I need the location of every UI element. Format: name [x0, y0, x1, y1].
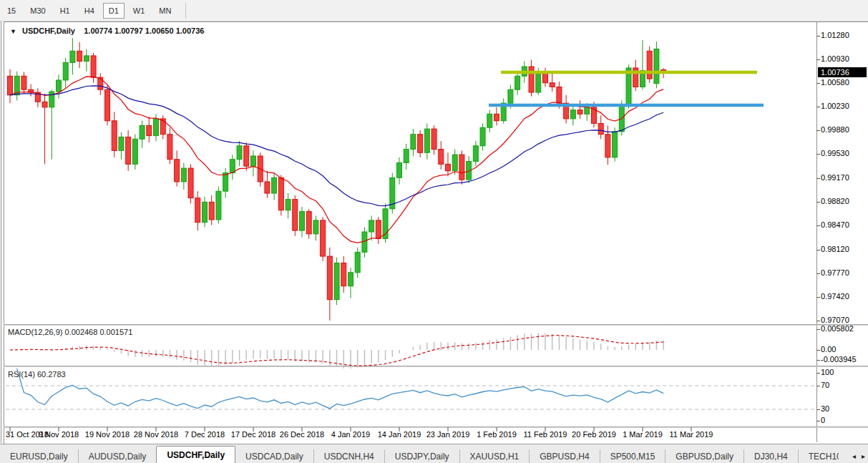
date-axis-label: 1 Mar 2019 — [623, 430, 663, 439]
date-axis-label: 14 Jan 2019 — [378, 430, 421, 439]
date-axis-label: 23 Jan 2019 — [426, 430, 470, 439]
price-axis-label: 0.98120 — [821, 245, 849, 253]
axis-tick — [816, 321, 820, 321]
chart-dropdown-icon[interactable]: ▼ — [10, 28, 16, 35]
panel-splitter-rsi[interactable] — [4, 366, 868, 367]
axis-tick — [816, 250, 820, 250]
price-axis-label: 1.00230 — [821, 102, 849, 110]
tab-gbpusd-daily[interactable]: GBPUSD,Daily — [665, 449, 743, 463]
timeframe-toolbar: 15M30H1H4D1W1MN — [0, 0, 868, 21]
tab-usdcad-daily[interactable]: USDCAD,Daily — [235, 449, 313, 463]
chart-tab-bar: EURUSD,DailyAUDUSD,DailyUSDCHF,DailyUSDC… — [0, 444, 868, 463]
timeframe-button-mn[interactable]: MN — [153, 3, 177, 19]
mt4-terminal: 15M30H1H4D1W1MN ▼ USDCHF,Daily 1.00774 1… — [0, 0, 868, 463]
price-axis-label: 0.98820 — [821, 197, 849, 205]
timeframe-button-w1[interactable]: W1 — [127, 3, 151, 19]
price-axis-label: 0.98470 — [821, 220, 849, 229]
window-frame-line — [1, 21, 1, 443]
tab-tech100-h1[interactable]: TECH100,H1 — [798, 449, 839, 463]
price-axis-label: 1.00930 — [821, 54, 849, 63]
timeframe-button-d1[interactable]: D1 — [103, 3, 125, 19]
tab-usdjpy-daily[interactable]: USDJPY,Daily — [384, 449, 459, 463]
date-axis-label: 11 Feb 2019 — [524, 430, 567, 439]
price-axis-label: 0.97770 — [821, 268, 849, 277]
axis-tick — [816, 329, 820, 330]
tab-audusd-daily[interactable]: AUDUSD,Daily — [78, 449, 157, 463]
timeframe-button-m30[interactable]: M30 — [24, 3, 51, 19]
panel-splitter-macd[interactable] — [4, 324, 868, 326]
date-axis-label: 11 Mar 2019 — [670, 430, 713, 439]
price-axis-border — [816, 22, 817, 442]
tab-dj30-h4[interactable]: DJ30,H4 — [743, 449, 798, 463]
tab-usdchf-daily[interactable]: USDCHF,Daily — [156, 446, 235, 463]
price-axis-label: 1.00580 — [821, 78, 849, 87]
axis-tick — [816, 373, 820, 374]
panel-splitter-dates — [4, 427, 868, 428]
macd-axis-label: 0.00 — [821, 345, 836, 354]
axis-tick — [816, 421, 820, 421]
axis-tick — [816, 273, 820, 274]
price-axis-label: 0.99530 — [821, 149, 849, 157]
date-axis-label: 1 Feb 2019 — [477, 430, 517, 439]
chart-symbol-label: USDCHF,Daily — [22, 26, 75, 35]
axis-tick — [816, 83, 820, 84]
tab-usdcnh-h4[interactable]: USDCNH,H4 — [313, 449, 384, 463]
tab-scroll-right-icon[interactable]: ▸ — [862, 452, 865, 460]
axis-tick — [816, 350, 820, 351]
rsi-axis-label: 30 — [821, 404, 829, 413]
date-axis-label: 26 Dec 2018 — [280, 430, 324, 439]
chart-title: ▼ USDCHF,Daily 1.00774 1.00797 1.00650 1… — [10, 26, 204, 35]
macd-axis-label: -0.003945 — [821, 355, 857, 364]
tab-eurusd-daily[interactable]: EURUSD,Daily — [0, 449, 78, 463]
axis-tick — [816, 225, 820, 226]
timeframe-button-h1[interactable]: H1 — [54, 3, 76, 19]
axis-tick — [816, 202, 820, 203]
axis-tick — [816, 154, 820, 155]
chart-ohlc-values: 1.00774 1.00797 1.00650 1.00736 — [84, 26, 204, 35]
date-axis-label: 4 Jan 2019 — [331, 430, 370, 439]
axis-tick — [816, 107, 820, 107]
axis-tick — [816, 59, 820, 60]
price-axis-label: 0.97070 — [821, 316, 849, 324]
chart-tab-strip: EURUSD,DailyAUDUSD,DailyUSDCHF,DailyUSDC… — [0, 446, 839, 463]
axis-tick — [816, 178, 820, 179]
price-axis-label: 1.01280 — [821, 31, 849, 39]
tab-scroll-left-icon[interactable]: ◂ — [852, 452, 856, 460]
axis-tick — [816, 130, 820, 131]
axis-tick — [816, 360, 820, 361]
price-axis-label: 0.97420 — [821, 292, 849, 301]
date-axis-label: 7 Dec 2018 — [185, 430, 225, 439]
price-axis-label: 0.99880 — [821, 125, 849, 134]
rsi-axis-label: 0 — [821, 416, 825, 424]
current-price-badge: 1.00736 — [818, 67, 867, 77]
axis-tick — [816, 386, 820, 386]
macd-axis-label: 0.005802 — [821, 324, 854, 333]
chart-window — [4, 21, 868, 444]
axis-tick — [816, 36, 820, 36]
date-axis-label: 17 Dec 2018 — [231, 430, 275, 439]
axis-tick — [816, 409, 820, 410]
tab-xauusd-h1[interactable]: XAUUSD,H1 — [459, 449, 530, 463]
date-axis-label: 20 Feb 2019 — [572, 430, 616, 439]
axis-tick — [816, 297, 820, 298]
rsi-axis-label: 70 — [821, 381, 829, 389]
timeframe-button-15[interactable]: 15 — [1, 3, 21, 19]
date-axis-label: 28 Nov 2018 — [134, 430, 178, 439]
date-axis-label: 9 Nov 2018 — [39, 430, 79, 439]
price-axis-label: 0.99170 — [821, 173, 849, 182]
tab-sp500-m15[interactable]: SP500,M15 — [600, 449, 665, 463]
macd-label: MACD(12,26,9) 0.002468 0.001571 — [8, 328, 132, 336]
tab-gbpusd-h4[interactable]: GBPUSD,H4 — [529, 449, 599, 463]
rsi-label: RSI(14) 60.2783 — [8, 370, 66, 379]
timeframe-button-h4[interactable]: H4 — [79, 3, 100, 19]
toolbar-separator — [185, 3, 186, 19]
rsi-axis-label: 100 — [821, 368, 834, 376]
date-axis-label: 19 Nov 2018 — [85, 430, 130, 439]
